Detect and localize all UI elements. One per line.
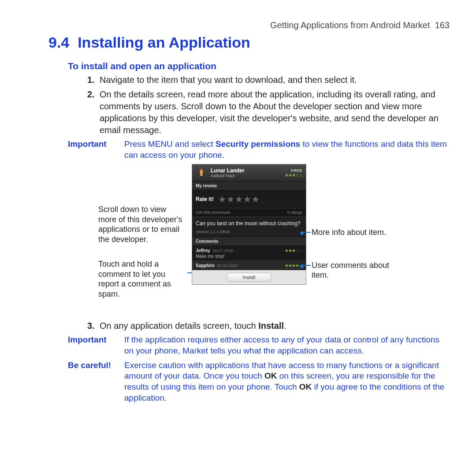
comments-header: Comments [192, 237, 306, 246]
price-badge: FREE ★★★☆☆ [285, 168, 302, 178]
callouts-right: More info about item. User comments abou… [312, 164, 400, 303]
install-bar: Install [192, 270, 306, 284]
my-review-header: My review [192, 181, 306, 190]
rating-stars: ★★★☆☆ [285, 173, 302, 178]
note-be-careful: Be careful! Exercise caution with applic… [68, 360, 450, 404]
callout-left-scroll: Scroll down to view more of this develop… [98, 205, 186, 244]
app-header: Lunar Lander Android Team FREE ★★★☆☆ [192, 164, 306, 181]
step-1: 1. Navigate to the item that you want to… [87, 74, 450, 86]
header-title: Getting Applications from Android Market [270, 20, 430, 30]
ordered-steps: 1. Navigate to the item that you want to… [87, 74, 450, 136]
star-icon: ★★★★☆ [285, 263, 302, 268]
star-icon: ★★★☆☆ [285, 248, 302, 253]
star-icon[interactable]: ★★★★★ [218, 194, 260, 205]
ordered-steps-continued: 3. On any application details screen, to… [87, 320, 450, 332]
description-box: Can you land on the moon without crashin… [192, 217, 306, 237]
rocket-icon [196, 167, 207, 178]
install-button[interactable]: Install [227, 273, 271, 282]
version-line: Version 1.1 1.08KB [196, 230, 302, 234]
callouts-left: Scroll down to view more of this develop… [98, 164, 186, 314]
rate-row[interactable]: Rate it! ★★★★★ [192, 190, 306, 208]
step-2: 2. On the details screen, read more abou… [87, 89, 450, 136]
step-3: 3. On any application details screen, to… [87, 320, 450, 332]
note-important-1: Important Press MENU and select Security… [68, 139, 450, 160]
section-title: 9.4 Installing an Application [48, 34, 450, 51]
comment-row[interactable]: Sapphire 08-05-2008 ★★★★☆ [192, 261, 306, 270]
subsection-heading: To install and open an application [68, 61, 450, 71]
callout-right-user-comments: User comments about item. [312, 260, 400, 280]
note-important-2: Important If the application requires ei… [68, 335, 450, 356]
app-name: Lunar Lander [211, 168, 245, 174]
running-header: Getting Applications from Android Market… [48, 20, 450, 30]
phone-screenshot: Lunar Lander Android Team FREE ★★★☆☆ My … [192, 164, 306, 285]
developer-name: Android Team [211, 174, 245, 178]
figure-app-details: Scroll down to view more of this develop… [48, 164, 450, 314]
page-number: 163 [435, 20, 450, 30]
comment-row[interactable]: Jeffrey 08-07-2008 ★★★☆☆ Make me stop! [192, 246, 306, 261]
downloads-row: 100-500 downloads 6 ratings [192, 208, 306, 217]
callout-left-spam: Touch and hold a comment to let you repo… [98, 259, 186, 299]
callout-right-more-info: More info about item. [312, 227, 400, 238]
